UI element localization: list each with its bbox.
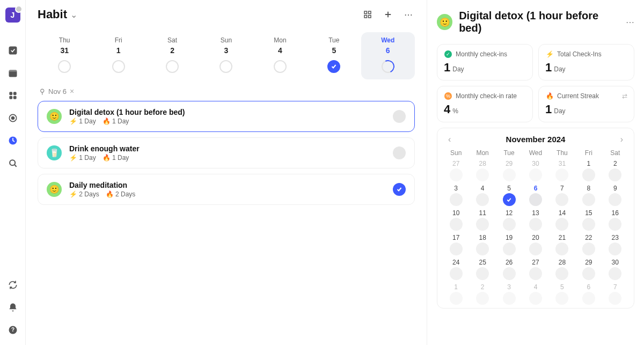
calendar-cell[interactable]: 23 xyxy=(602,234,628,255)
nav-target-icon[interactable] xyxy=(5,111,20,126)
calendar-cell[interactable]: 25 xyxy=(469,259,495,280)
calendar-cell[interactable]: 7 xyxy=(549,185,575,206)
filter-clear-icon[interactable]: × xyxy=(70,87,74,96)
calendar-day-dot[interactable] xyxy=(450,168,463,181)
calendar-cell[interactable]: 5 xyxy=(549,283,575,305)
grid-view-icon[interactable] xyxy=(361,8,374,21)
calendar-day-dot[interactable] xyxy=(529,218,542,231)
calendar-day-dot[interactable] xyxy=(450,218,463,231)
calendar-cell[interactable]: 11 xyxy=(469,209,495,231)
calendar-day-dot[interactable] xyxy=(503,218,516,231)
calendar-day-dot[interactable] xyxy=(609,267,621,280)
calendar-day-dot[interactable] xyxy=(450,193,463,206)
page-title-dropdown[interactable]: Habit ⌄ xyxy=(38,8,77,21)
calendar-cell[interactable]: 1 xyxy=(443,283,469,305)
calendar-cell[interactable]: 16 xyxy=(602,209,628,231)
calendar-day-dot[interactable] xyxy=(503,243,516,255)
calendar-cell[interactable]: 29 xyxy=(496,160,522,181)
panel-more-icon[interactable]: ⋯ xyxy=(626,17,634,27)
calendar-day-dot[interactable] xyxy=(609,218,621,231)
calendar-day-dot[interactable] xyxy=(609,193,621,206)
habit-check-button[interactable] xyxy=(393,183,406,196)
calendar-cell[interactable]: 26 xyxy=(496,259,522,280)
nav-help-icon[interactable]: ? xyxy=(5,322,20,337)
habit-card[interactable]: 🙂 Daily meditation ⚡ 2 Days 🔥 2 Days xyxy=(38,174,415,205)
calendar-day-dot[interactable] xyxy=(582,218,595,231)
calendar-day-dot[interactable] xyxy=(503,267,516,280)
nav-habit-icon[interactable] xyxy=(5,133,20,148)
calendar-day-dot[interactable] xyxy=(555,193,568,206)
calendar-day-dot[interactable] xyxy=(476,243,489,255)
calendar-day-dot[interactable] xyxy=(529,243,542,255)
calendar-cell[interactable]: 10 xyxy=(443,209,469,231)
calendar-day-dot[interactable] xyxy=(450,243,463,255)
calendar-day-dot[interactable] xyxy=(555,292,568,305)
calendar-day-dot[interactable] xyxy=(476,267,489,280)
calendar-day-dot[interactable] xyxy=(476,218,489,231)
nav-apps-icon[interactable] xyxy=(5,88,20,103)
calendar-day-dot[interactable] xyxy=(582,243,595,255)
calendar-day-dot[interactable] xyxy=(529,168,542,181)
calendar-day-dot[interactable] xyxy=(503,168,516,181)
calendar-cell[interactable]: 17 xyxy=(443,234,469,255)
nav-search-icon[interactable] xyxy=(5,156,20,171)
nav-task-icon[interactable] xyxy=(5,43,20,58)
calendar-day-dot[interactable] xyxy=(476,168,489,181)
calendar-cell[interactable]: 27 xyxy=(443,160,469,181)
swap-icon[interactable]: ⇄ xyxy=(622,92,627,100)
calendar-day-dot[interactable] xyxy=(582,292,595,305)
calendar-day-dot[interactable] xyxy=(609,292,621,305)
calendar-cell[interactable]: 22 xyxy=(575,234,602,255)
calendar-day-dot[interactable] xyxy=(555,243,568,255)
calendar-cell[interactable]: 30 xyxy=(522,160,548,181)
calendar-day-dot[interactable] xyxy=(582,168,595,181)
nav-sync-icon[interactable] xyxy=(5,277,20,292)
calendar-cell[interactable]: 12 xyxy=(496,209,522,231)
week-day[interactable]: Thu 31 xyxy=(38,32,91,79)
calendar-day-dot[interactable] xyxy=(503,193,516,206)
calendar-cell[interactable]: 28 xyxy=(549,259,575,280)
week-day[interactable]: Sat 2 xyxy=(145,32,199,79)
calendar-cell[interactable]: 18 xyxy=(469,234,495,255)
calendar-cell[interactable]: 3 xyxy=(443,185,469,206)
calendar-cell[interactable]: 29 xyxy=(575,259,602,280)
calendar-cell[interactable]: 14 xyxy=(549,209,575,231)
calendar-day-dot[interactable] xyxy=(476,193,489,206)
week-day[interactable]: Sun 3 xyxy=(199,32,253,79)
calendar-day-dot[interactable] xyxy=(555,218,568,231)
week-day[interactable]: Wed 6 xyxy=(361,32,415,79)
calendar-cell[interactable]: 6 xyxy=(522,185,548,206)
calendar-cell[interactable]: 13 xyxy=(522,209,548,231)
calendar-cell[interactable]: 20 xyxy=(522,234,548,255)
calendar-cell[interactable]: 24 xyxy=(443,259,469,280)
calendar-day-dot[interactable] xyxy=(450,292,463,305)
calendar-cell[interactable]: 21 xyxy=(549,234,575,255)
calendar-cell[interactable]: 4 xyxy=(469,185,495,206)
calendar-day-dot[interactable] xyxy=(450,267,463,280)
calendar-cell[interactable]: 30 xyxy=(602,259,628,280)
habit-card[interactable]: 🙂 Digital detox (1 hour before bed) ⚡ 1 … xyxy=(38,101,415,132)
calendar-next-icon[interactable]: › xyxy=(618,133,625,146)
calendar-cell[interactable]: 6 xyxy=(575,283,602,305)
calendar-day-dot[interactable] xyxy=(555,267,568,280)
calendar-day-dot[interactable] xyxy=(555,168,568,181)
calendar-day-dot[interactable] xyxy=(582,267,595,280)
calendar-cell[interactable]: 9 xyxy=(602,185,628,206)
calendar-cell[interactable]: 7 xyxy=(602,283,628,305)
calendar-cell[interactable]: 4 xyxy=(522,283,548,305)
calendar-cell[interactable]: 28 xyxy=(469,160,495,181)
nav-calendar-icon[interactable] xyxy=(5,65,20,80)
habit-check-button[interactable] xyxy=(393,146,406,159)
add-button[interactable] xyxy=(382,8,394,21)
calendar-cell[interactable]: 5 xyxy=(496,185,522,206)
calendar-cell[interactable]: 3 xyxy=(496,283,522,305)
nav-notifications-icon[interactable] xyxy=(5,300,20,315)
habit-card[interactable]: 🥛 Drink enough water ⚡ 1 Day 🔥 1 Day xyxy=(38,137,415,168)
avatar[interactable]: J xyxy=(5,8,20,23)
calendar-day-dot[interactable] xyxy=(529,292,542,305)
calendar-day-dot[interactable] xyxy=(503,292,516,305)
week-day[interactable]: Tue 5 xyxy=(307,32,361,79)
week-day[interactable]: Fri 1 xyxy=(91,32,145,79)
calendar-cell[interactable]: 1 xyxy=(575,160,602,181)
calendar-cell[interactable]: 19 xyxy=(496,234,522,255)
